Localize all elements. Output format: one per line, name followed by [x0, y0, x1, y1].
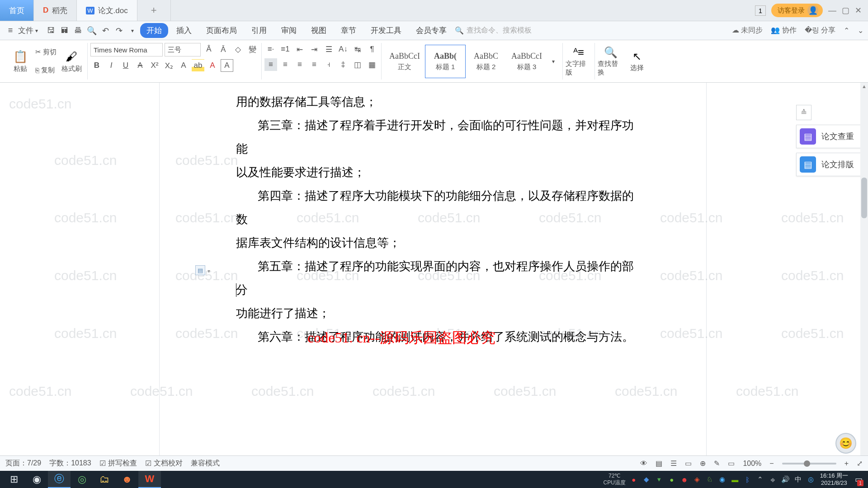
tray-icon[interactable]: ◆: [641, 474, 652, 485]
save-as-icon[interactable]: 🖬: [59, 25, 71, 37]
menu-chapter[interactable]: 章节: [335, 23, 363, 38]
zoom-slider[interactable]: [782, 463, 836, 465]
align-center-button[interactable]: ≡: [279, 58, 292, 71]
app1-icon[interactable]: ☻: [116, 471, 138, 488]
bullets-button[interactable]: ≡·: [264, 43, 277, 56]
borders-button[interactable]: ▦: [366, 58, 378, 71]
wifi-icon[interactable]: ⎆: [768, 474, 778, 485]
style-normal[interactable]: AaBbCcI正文: [384, 45, 425, 78]
copy-button[interactable]: ⎘复制: [35, 64, 57, 77]
cut-button[interactable]: ✂剪切: [35, 46, 57, 58]
fit-page-icon[interactable]: ▭: [728, 459, 735, 468]
tray-icon[interactable]: ▾: [654, 474, 665, 485]
strike-button[interactable]: A: [134, 59, 146, 72]
save-icon[interactable]: 🖫: [45, 25, 57, 37]
start-button[interactable]: ⊞: [3, 471, 25, 488]
find-replace-button[interactable]: 🔍查找替换: [598, 43, 624, 80]
line-spacing-button[interactable]: ‡: [337, 58, 349, 71]
text-layout-button[interactable]: ᴬ≡文字排版: [566, 43, 592, 80]
sort-button[interactable]: A↓: [337, 43, 349, 56]
menu-devtools[interactable]: 开发工具: [364, 23, 408, 38]
superscript-button[interactable]: X²: [148, 59, 161, 72]
sync-button[interactable]: ☁ 未同步: [732, 26, 763, 35]
ime-icon[interactable]: 中: [793, 474, 804, 485]
zoom-in-button[interactable]: +: [844, 460, 849, 468]
style-heading1[interactable]: AaBb(标题 1: [425, 45, 466, 78]
print-icon[interactable]: 🖶: [72, 25, 84, 37]
nvidia-icon[interactable]: ▬: [730, 474, 741, 485]
wps-icon[interactable]: W: [138, 471, 161, 488]
word-count[interactable]: 字数：10183: [49, 459, 91, 468]
share-button[interactable]: �링 分享: [805, 26, 835, 35]
menu-page-layout[interactable]: 页面布局: [200, 23, 243, 38]
security-icon[interactable]: ◎: [806, 474, 816, 485]
thesis-layout-button[interactable]: ▤ 论文排版: [796, 153, 862, 176]
tray-icon[interactable]: ●: [666, 474, 677, 485]
scroll-up-icon[interactable]: ▲: [860, 83, 868, 90]
proofread-toggle[interactable]: ☑文档校对: [145, 459, 183, 468]
menu-review[interactable]: 审阅: [275, 23, 303, 38]
menu-insert[interactable]: 插入: [170, 23, 198, 38]
new-tab-button[interactable]: +: [137, 0, 171, 21]
qat-more-icon[interactable]: ▾: [127, 25, 138, 37]
volume-icon[interactable]: 🔊: [780, 474, 791, 485]
tab-document[interactable]: W 论文.doc: [77, 0, 137, 21]
ie-icon[interactable]: ⓔ: [48, 471, 71, 488]
tray-icon[interactable]: ♘: [704, 474, 715, 485]
view-web-icon[interactable]: ⊕: [700, 459, 706, 468]
ribbon-more-icon[interactable]: ⌄: [858, 26, 863, 35]
hamburger-icon[interactable]: ≡: [5, 25, 16, 37]
page-handle-icon[interactable]: ▤: [195, 265, 205, 275]
obs-icon[interactable]: ◉: [25, 471, 48, 488]
bluetooth-icon[interactable]: ᛒ: [742, 474, 753, 485]
justify-button[interactable]: ≡: [308, 58, 321, 71]
taskbar-clock[interactable]: 16:16 周一 2021/8/23: [816, 472, 852, 486]
redo-icon[interactable]: ↷: [113, 25, 125, 37]
scrollbar-thumb[interactable]: [861, 178, 867, 218]
page-indicator[interactable]: 页面：7/29: [5, 459, 41, 468]
tab-daoke[interactable]: D 稻壳: [34, 0, 77, 21]
subscript-button[interactable]: X₂: [163, 59, 175, 72]
underline-button[interactable]: U: [119, 59, 132, 72]
minimize-button[interactable]: —: [828, 6, 836, 15]
menu-start[interactable]: 开始: [140, 23, 168, 38]
numbering-button[interactable]: ≡1: [279, 43, 292, 56]
asian-layout-button[interactable]: ☰: [322, 43, 335, 56]
close-button[interactable]: ✕: [855, 5, 862, 15]
spell-check-toggle[interactable]: ☑拼写检查: [99, 459, 137, 468]
increase-indent-button[interactable]: ⇥: [308, 43, 321, 56]
explorer-icon[interactable]: 🗂: [93, 471, 116, 488]
paste-button[interactable]: 📋 粘贴: [7, 43, 33, 80]
bold-button[interactable]: B: [90, 59, 103, 72]
font-color-button[interactable]: A: [206, 59, 219, 72]
align-right-button[interactable]: ≡: [293, 58, 306, 71]
menu-member[interactable]: 会员专享: [410, 23, 453, 38]
tray-up-icon[interactable]: ⌃: [755, 474, 766, 485]
collapse-ribbon-icon[interactable]: ⌃: [844, 26, 849, 35]
shading-button[interactable]: ◫: [351, 58, 364, 71]
cpu-temp-widget[interactable]: 72℃ CPU温度: [601, 473, 628, 487]
font-name-select[interactable]: Times New Roma: [90, 43, 163, 56]
window-count-badge[interactable]: 1: [755, 5, 766, 16]
view-read-icon[interactable]: ▭: [685, 459, 692, 468]
show-marks-button[interactable]: ¶: [366, 43, 378, 56]
undo-icon[interactable]: ↶: [99, 25, 111, 37]
view-page-icon[interactable]: ▤: [656, 459, 662, 468]
italic-button[interactable]: I: [105, 59, 118, 72]
tray-icon[interactable]: ◈: [692, 474, 703, 485]
style-heading2[interactable]: AaBbC标题 2: [466, 45, 506, 78]
zoom-out-button[interactable]: −: [769, 460, 774, 468]
side-collapse-button[interactable]: ≙: [796, 105, 811, 120]
eyecare-icon[interactable]: 👁: [640, 460, 647, 468]
char-border-button[interactable]: A: [221, 59, 233, 72]
file-menu[interactable]: 文件▾: [18, 25, 38, 36]
assistant-button[interactable]: 😊: [835, 433, 856, 454]
highlight-button[interactable]: ab: [192, 59, 204, 72]
shrink-font-icon[interactable]: Ǎ: [217, 43, 230, 56]
distribute-button[interactable]: ⫞: [322, 58, 335, 71]
page-handle-arrow-icon[interactable]: ▾: [208, 268, 210, 274]
fullscreen-icon[interactable]: ⤢: [857, 459, 863, 468]
tab-home[interactable]: 首页: [0, 0, 34, 21]
vertical-scrollbar[interactable]: ▲ ▼: [860, 83, 868, 471]
menu-reference[interactable]: 引用: [245, 23, 273, 38]
